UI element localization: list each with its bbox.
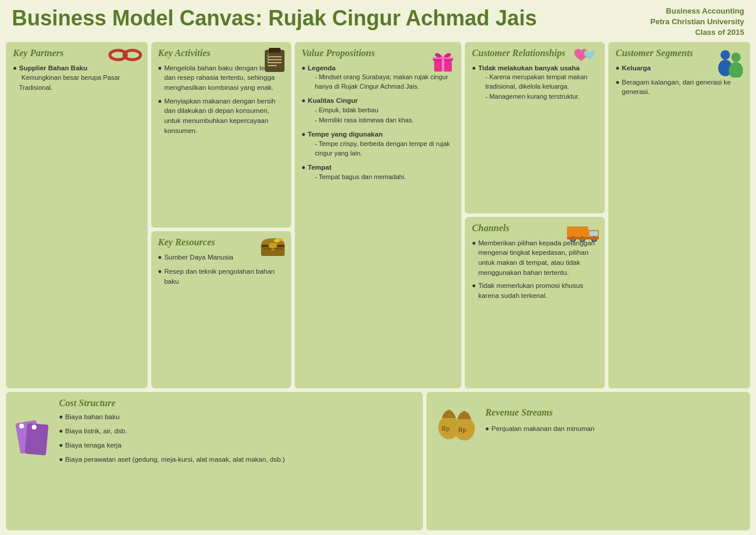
channels-icon xyxy=(566,222,600,244)
cost-structure-icon xyxy=(13,398,54,469)
cost-structure-content: Cost Structure •Biaya bahan baku •Biaya … xyxy=(59,398,416,469)
customer-segments-cell: Customer Segments • Keluarga xyxy=(608,42,750,388)
svg-rect-13 xyxy=(269,243,277,248)
svg-rect-23 xyxy=(567,226,588,238)
svg-rect-3 xyxy=(269,48,281,53)
svg-rect-22 xyxy=(433,57,453,59)
key-activities-icon: ✓ ✓ ✓ xyxy=(263,47,286,76)
key-partners-icon xyxy=(107,47,143,66)
svg-rect-20 xyxy=(442,57,444,72)
page: Business Model Canvas: Rujak Cingur Achm… xyxy=(0,0,756,535)
customer-relationships-cell: Customer Relationships • Tidak melakukan… xyxy=(465,42,605,213)
header-subtitle: Business Accounting Petra Christian Univ… xyxy=(650,6,744,38)
svg-text:Rp: Rp xyxy=(458,427,466,433)
svg-text:✓: ✓ xyxy=(266,59,271,64)
header: Business Model Canvas: Rujak Cingur Achm… xyxy=(0,0,756,42)
cost-structure-cell: Cost Structure •Biaya bahan baku •Biaya … xyxy=(6,392,423,530)
main-title: Business Model Canvas: Rujak Cingur Achm… xyxy=(12,6,537,31)
svg-rect-39 xyxy=(25,423,48,455)
svg-rect-25 xyxy=(589,231,598,236)
value-propositions-icon xyxy=(429,47,457,76)
key-partners-cell: Key Partners • Supplier Bahan Baku Kemun… xyxy=(6,42,148,388)
canvas-area: Key Partners • Supplier Bahan Baku Kemun… xyxy=(0,42,756,535)
cost-structure-title: Cost Structure xyxy=(59,398,416,408)
key-partners-content: • Supplier Bahan Baku Kemungkinan besar … xyxy=(13,63,141,93)
customer-segments-icon xyxy=(715,47,745,80)
revenue-streams-content: Revenue Streams •Penjualan makanan dan m… xyxy=(485,398,743,448)
customer-rel-column: Customer Relationships • Tidak melakukan… xyxy=(465,42,605,388)
key-activities-cell: Key Activities ✓ ✓ ✓ xyxy=(151,42,291,228)
key-activities-column: Key Activities ✓ ✓ ✓ xyxy=(151,42,291,388)
top-row: Key Partners • Supplier Bahan Baku Kemun… xyxy=(6,42,750,388)
value-propositions-content: • Legenda - Mindset orang Surabaya; maka… xyxy=(302,63,455,183)
revenue-streams-title: Revenue Streams xyxy=(485,407,595,418)
customer-relationships-icon xyxy=(569,47,600,70)
revenue-streams-icon: Rp Rp xyxy=(434,398,481,448)
svg-point-17 xyxy=(278,238,283,241)
channels-cell: Channels xyxy=(465,217,605,388)
revenue-streams-cell: Rp Rp Revenue Streams •Penjualan makanan… xyxy=(426,392,750,530)
svg-point-33 xyxy=(721,50,730,60)
bottom-row: Cost Structure •Biaya bahan baku •Biaya … xyxy=(6,392,750,530)
svg-rect-32 xyxy=(567,237,599,239)
svg-point-35 xyxy=(731,53,741,62)
key-resources-cell: Key Resources xyxy=(151,231,291,388)
svg-text:Rp: Rp xyxy=(442,426,449,432)
value-propositions-cell: Value Propositions xyxy=(295,42,462,388)
key-resources-icon xyxy=(259,236,286,260)
svg-rect-7 xyxy=(268,65,277,66)
channels-content: • Memberikan pilihan kepada pelanggan me… xyxy=(472,238,598,301)
